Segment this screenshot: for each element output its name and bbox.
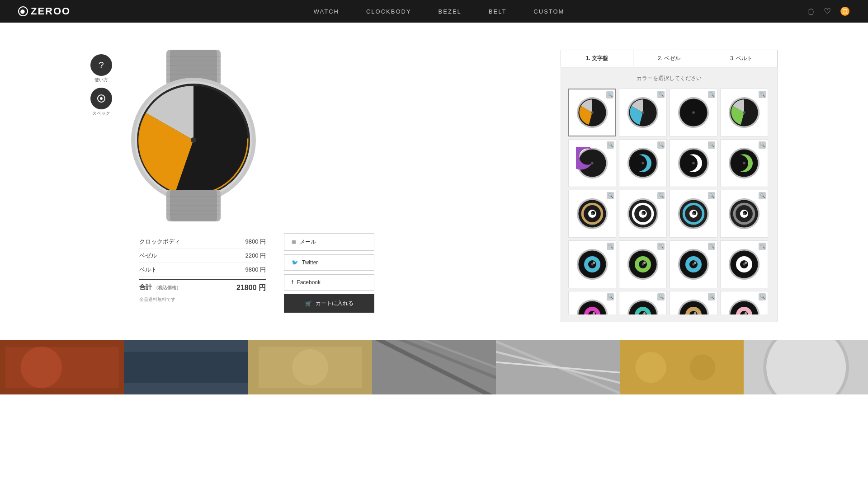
nav-watch[interactable]: WATCH <box>314 7 339 15</box>
svg-point-58 <box>743 162 745 164</box>
logo-text: ZEROO <box>31 5 71 17</box>
color-item-18[interactable]: 🔍 <box>619 291 667 314</box>
color-item-3[interactable]: 🔍 <box>670 89 717 136</box>
color-item-17[interactable]: 🔍 <box>568 291 616 314</box>
clockbody-price: 9800 円 <box>245 238 266 246</box>
zoom-icon-1[interactable]: 🔍 <box>606 91 613 99</box>
facebook-button[interactable]: f Facebook <box>284 274 374 291</box>
navbar: ● ZEROO WATCH CLOCKBODY BEZEL BELT CUSTO… <box>0 0 868 23</box>
color-item-12[interactable]: 🔍 <box>720 190 768 238</box>
tab-belt[interactable]: 3. ベルト <box>705 50 777 67</box>
color-item-20[interactable]: 🔍 <box>720 291 768 314</box>
color-select-panel: カラーを選択してください 🔍🔍🔍🔍🔍🔍🔍🔍🔍🔍🔍🔍🔍🔍🔍🔍🔍🔍🔍🔍 <box>561 67 778 322</box>
zoom-icon-10[interactable]: 🔍 <box>657 192 665 199</box>
zoom-icon-5[interactable]: 🔍 <box>607 141 614 149</box>
nav-clockbody[interactable]: CLOCKBODY <box>366 7 411 15</box>
svg-point-114 <box>692 263 694 265</box>
zoom-icon-11[interactable]: 🔍 <box>708 192 715 199</box>
mail-button[interactable]: ✉ メール <box>284 233 374 251</box>
spec-label: スペック <box>92 110 110 117</box>
nav-icons: ◌ ♡ ♊ <box>807 6 850 16</box>
svg-point-48 <box>642 162 644 164</box>
svg-point-13 <box>191 137 196 143</box>
tab-dial[interactable]: 1. 文字盤 <box>561 50 633 67</box>
color-item-13[interactable]: 🔍 <box>568 240 616 288</box>
color-item-6[interactable]: 🔍 <box>619 139 667 187</box>
belt-price-row: ベルト 9800 円 <box>139 263 266 277</box>
color-item-8[interactable]: 🔍 <box>720 139 768 187</box>
svg-point-1 <box>100 97 103 100</box>
spec-button[interactable] <box>90 88 112 109</box>
tab-bezel[interactable]: 2. ベゼル <box>633 50 706 67</box>
zoom-icon-19[interactable]: 🔍 <box>708 293 715 300</box>
bottom-img-6 <box>620 340 744 394</box>
zoom-icon-6[interactable]: 🔍 <box>657 141 665 149</box>
color-item-2[interactable]: 🔍 <box>619 89 667 136</box>
zoom-icon-9[interactable]: 🔍 <box>607 192 614 199</box>
color-select-title: カラーを選択してください <box>568 75 770 82</box>
heart-icon[interactable]: ♡ <box>824 6 831 16</box>
nav-belt[interactable]: BELT <box>489 7 507 15</box>
bezel-label: ベゼル <box>139 252 157 260</box>
bottom-images <box>0 340 868 394</box>
color-item-10[interactable]: 🔍 <box>619 190 667 238</box>
color-item-5[interactable]: 🔍 <box>568 139 616 187</box>
logo[interactable]: ● ZEROO <box>18 5 71 17</box>
svg-point-53 <box>692 162 694 164</box>
color-item-11[interactable]: 🔍 <box>670 190 717 238</box>
color-item-19[interactable]: 🔍 <box>670 291 717 314</box>
icon-sidebar: ? 使い方 スペック <box>90 50 112 117</box>
add-to-cart-button[interactable]: 🛒 カートに入れる <box>284 294 374 313</box>
help-button[interactable]: ? <box>90 54 112 76</box>
zoom-icon-4[interactable]: 🔍 <box>759 91 766 98</box>
nav-links: WATCH CLOCKBODY BEZEL BELT CUSTOM <box>314 7 565 15</box>
zoom-icon-2[interactable]: 🔍 <box>657 91 665 98</box>
twitter-button[interactable]: 🐦 Twitter <box>284 254 374 271</box>
zoom-icon-13[interactable]: 🔍 <box>607 243 614 250</box>
color-item-4[interactable]: 🔍 <box>720 89 768 136</box>
action-buttons: ✉ メール 🐦 Twitter f Facebook 🛒 カートに入れる <box>284 233 374 313</box>
help-group: ? 使い方 <box>90 54 112 83</box>
nav-bezel[interactable]: BEZEL <box>439 7 462 15</box>
total-price-row: 合計 （税込価格） 21800 円 <box>139 279 266 296</box>
zoom-icon-17[interactable]: 🔍 <box>607 293 614 300</box>
shipping-note: 全品送料無料です <box>139 296 266 303</box>
bezel-price-row: ベゼル 2200 円 <box>139 249 266 263</box>
facebook-icon: f <box>292 279 293 286</box>
zoom-icon-16[interactable]: 🔍 <box>759 243 766 250</box>
bottom-left: クロックボディ 9800 円 ベゼル 2200 円 ベルト 9800 円 合計 … <box>139 226 374 313</box>
color-item-16[interactable]: 🔍 <box>720 240 768 288</box>
svg-point-173 <box>690 354 716 380</box>
bottom-img-1 <box>0 340 124 394</box>
svg-point-29 <box>642 111 644 113</box>
svg-point-82 <box>692 212 694 215</box>
color-item-14[interactable]: 🔍 <box>619 240 667 288</box>
customization-tabs: 1. 文字盤 2. ベゼル 3. ベルト <box>561 50 778 67</box>
svg-point-38 <box>743 111 745 113</box>
zoom-icon-20[interactable]: 🔍 <box>759 293 766 300</box>
account-icon[interactable]: ◌ <box>807 6 815 16</box>
cart-icon[interactable]: ♊ <box>840 6 850 16</box>
clockbody-price-row: クロックボディ 9800 円 <box>139 235 266 249</box>
color-item-1[interactable]: 🔍 <box>568 89 616 136</box>
svg-point-122 <box>743 263 745 265</box>
zoom-icon-7[interactable]: 🔍 <box>708 141 715 149</box>
color-item-7[interactable]: 🔍 <box>670 139 717 187</box>
zoom-icon-8[interactable]: 🔍 <box>759 141 766 149</box>
color-item-9[interactable]: 🔍 <box>568 190 616 238</box>
zoom-icon-3[interactable]: 🔍 <box>708 91 715 98</box>
svg-rect-159 <box>124 352 248 383</box>
zoom-icon-14[interactable]: 🔍 <box>657 243 665 250</box>
zoom-icon-18[interactable]: 🔍 <box>657 293 665 300</box>
left-panel: ? 使い方 スペック <box>90 50 266 221</box>
svg-point-157 <box>21 347 62 388</box>
svg-point-66 <box>591 212 593 215</box>
price-table: クロックボディ 9800 円 ベゼル 2200 円 ベルト 9800 円 合計 … <box>139 235 266 303</box>
zoom-icon-12[interactable]: 🔍 <box>759 192 766 199</box>
svg-point-175 <box>764 340 847 394</box>
nav-custom[interactable]: CUSTOM <box>533 7 564 15</box>
right-panel: 1. 文字盤 2. ベゼル 3. ベルト カラーを選択してください 🔍🔍🔍🔍🔍🔍… <box>561 50 778 322</box>
zoom-icon-15[interactable]: 🔍 <box>708 243 715 250</box>
color-item-15[interactable]: 🔍 <box>670 240 717 288</box>
belt-label: ベルト <box>139 266 157 274</box>
